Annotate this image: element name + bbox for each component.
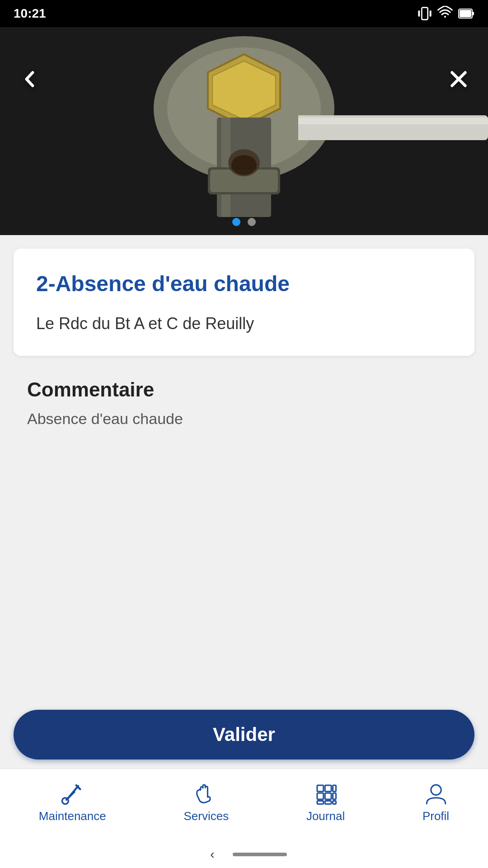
svg-rect-28: [317, 793, 323, 799]
svg-rect-31: [317, 801, 323, 804]
commentaire-heading: Commentaire: [27, 378, 461, 401]
card-title: 2-Absence d'eau chaude: [36, 271, 452, 296]
svg-rect-0: [422, 8, 427, 20]
svg-rect-6: [472, 12, 474, 15]
svg-point-22: [62, 798, 69, 804]
svg-rect-27: [333, 785, 336, 792]
svg-rect-2: [430, 10, 432, 16]
bottom-nav: Maintenance Services Journal P: [0, 769, 488, 841]
svg-point-34: [431, 785, 441, 795]
svg-rect-30: [333, 793, 336, 799]
commentaire-text: Absence d'eau chaude: [27, 410, 461, 428]
nav-label-maintenance: Maintenance: [39, 809, 106, 823]
svg-rect-25: [317, 785, 323, 792]
svg-point-20: [231, 155, 257, 175]
nav-label-profil: Profil: [422, 809, 449, 823]
pagination-dots: [232, 218, 256, 226]
system-nav: ‹: [0, 841, 488, 868]
nav-item-profil[interactable]: Profil: [413, 778, 458, 828]
svg-rect-29: [325, 793, 331, 799]
battery-icon: [458, 7, 474, 20]
svg-rect-32: [325, 801, 331, 804]
services-icon: [194, 782, 218, 806]
commentaire-section: Commentaire Absence d'eau chaude: [0, 356, 488, 450]
svg-rect-18: [280, 111, 298, 145]
nav-label-journal: Journal: [306, 809, 345, 823]
card-subtitle: Le Rdc du Bt A et C de Reuilly: [36, 314, 452, 333]
maintenance-icon: [61, 782, 84, 806]
svg-point-3: [444, 16, 446, 18]
profil-icon: [424, 782, 448, 806]
nav-item-services[interactable]: Services: [174, 778, 238, 828]
nav-label-services: Services: [183, 809, 229, 823]
svg-rect-5: [460, 10, 471, 17]
close-button[interactable]: [443, 63, 474, 95]
svg-line-23: [69, 786, 79, 798]
status-bar: 10:21: [0, 0, 488, 27]
system-back-button[interactable]: ‹: [201, 843, 223, 866]
valider-label: Valider: [213, 724, 275, 745]
vibrate-icon: [418, 6, 432, 21]
dot-2[interactable]: [248, 218, 256, 226]
nav-item-journal[interactable]: Journal: [297, 778, 354, 828]
svg-rect-33: [333, 801, 336, 804]
dot-1[interactable]: [232, 218, 240, 226]
status-icons: [418, 6, 474, 21]
hero-image: [0, 27, 488, 235]
svg-rect-26: [325, 785, 331, 792]
svg-rect-17: [289, 118, 488, 124]
wifi-icon: [437, 6, 453, 21]
journal-icon: [314, 782, 338, 806]
nav-item-maintenance[interactable]: Maintenance: [30, 778, 115, 828]
issue-card: 2-Absence d'eau chaude Le Rdc du Bt A et…: [14, 249, 474, 356]
pipe-illustration: [0, 27, 488, 235]
back-button[interactable]: [14, 63, 45, 95]
system-home-indicator[interactable]: [233, 853, 287, 856]
status-time: 10:21: [14, 6, 46, 21]
content-section: 2-Absence d'eau chaude Le Rdc du Bt A et…: [0, 235, 488, 769]
svg-rect-1: [418, 10, 420, 16]
valider-button[interactable]: Valider: [14, 710, 474, 760]
